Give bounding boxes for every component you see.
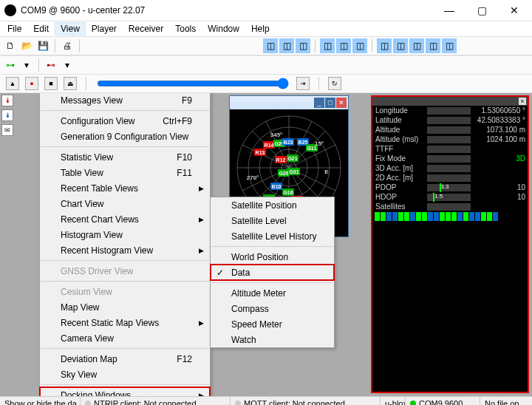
submenu-item-satellite-level-history[interactable]: Satellite Level History: [211, 228, 334, 244]
sky-maximize-icon[interactable]: □: [325, 98, 335, 108]
dock-c-icon[interactable]: ◫: [296, 38, 310, 53]
dock-i-icon[interactable]: ◫: [409, 38, 424, 53]
loop-icon[interactable]: ↻: [328, 77, 341, 90]
menu-item-recent-chart-views[interactable]: Recent Chart Views▶: [40, 211, 210, 227]
data-row-altitude: Altitude1073.100 m: [372, 125, 528, 135]
app-icon: [4, 4, 16, 16]
menu-item-recent-static-map-views[interactable]: Recent Static Map Views▶: [40, 315, 210, 330]
data-row-latitude: Latitude42.50833383 °: [372, 115, 528, 125]
msg-icon[interactable]: ✉: [1, 124, 13, 136]
data-row-2d-acc-m-: 2D Acc. [m]: [372, 173, 528, 183]
dock-k-icon[interactable]: ◫: [442, 38, 457, 53]
submenu-item-speed-meter[interactable]: Speed Meter: [211, 316, 334, 332]
player-slider[interactable]: [97, 78, 289, 89]
title-bar: COM9 @ 9600 - u-center 22.07 ― ▢ ✕: [0, 0, 532, 21]
thermometer-icon[interactable]: 🌡: [1, 95, 13, 106]
satellite-15°: 15°: [313, 140, 325, 147]
workspace: 🌡 🌡 ✉ _ □ ✕ R13R14G29B2: [0, 93, 532, 396]
data-row-hdop: HDOP1.510: [372, 192, 528, 202]
thermometer2-icon[interactable]: 🌡: [1, 109, 13, 121]
maximize-button[interactable]: ▢: [466, 0, 498, 21]
skip-end-icon[interactable]: ⇥: [296, 77, 310, 90]
toolbar-player: ▲ ● ■ ⏏ ⇥ ↻: [0, 75, 532, 93]
menu-view[interactable]: View: [55, 22, 86, 35]
sky-close-icon[interactable]: ✕: [336, 98, 347, 108]
data-docking-window: × Longitude1.53060650 °Latitude42.508333…: [371, 95, 529, 393]
menu-item-deviation-map[interactable]: Deviation MapF12: [40, 351, 210, 367]
menu-item-generation-9-configuration-view[interactable]: Generation 9 Configuration View: [40, 129, 210, 144]
goto-start-icon[interactable]: ▲: [6, 77, 19, 90]
submenu-item-satellite-position[interactable]: Satellite Position: [211, 197, 334, 213]
menu-item-cesium-view: Cesium View: [40, 284, 210, 299]
menu-item-statistic-view[interactable]: Statistic ViewF10: [40, 149, 210, 165]
menu-item-recent-histogram-view[interactable]: Recent Histogram View▶: [40, 242, 210, 258]
satellite-R12: R12: [275, 156, 287, 163]
submenu-item-watch[interactable]: Watch: [211, 332, 334, 347]
menu-player[interactable]: Player: [86, 22, 123, 35]
stop-icon[interactable]: ■: [44, 77, 58, 90]
menu-item-recent-table-views[interactable]: Recent Table Views▶: [40, 180, 210, 196]
status-generation: u-blox Generation 9: [381, 397, 406, 405]
status-hint: Show or hide the da: [0, 397, 81, 405]
close-button[interactable]: ✕: [498, 0, 531, 21]
minimize-button[interactable]: ―: [433, 0, 466, 21]
satellite-E: E: [321, 168, 332, 175]
menu-window[interactable]: Window: [202, 22, 245, 35]
left-tool-strip: 🌡 🌡 ✉: [1, 95, 13, 136]
print-icon[interactable]: 🖨: [60, 38, 75, 53]
satellite-G21: G21: [287, 154, 299, 162]
data-close-icon[interactable]: ×: [519, 98, 526, 105]
eject-icon[interactable]: ⏏: [64, 77, 77, 90]
data-row-longitude: Longitude1.53060650 °: [372, 106, 528, 115]
docking-windows-submenu: Satellite PositionSatellite LevelSatelli…: [210, 197, 335, 348]
menu-tools[interactable]: Tools: [169, 22, 202, 35]
data-row-fix-mode: Fix Mode3D: [372, 154, 528, 163]
baud-icon[interactable]: ⊷: [44, 58, 58, 72]
toolbar-file: 🗋 📂 💾 🖨 ◫ ◫ ◫ ◫ ◫ ◫ ◫ ◫ ◫ ◫ ◫: [0, 36, 532, 55]
record-icon[interactable]: ●: [25, 77, 38, 90]
sky-minimize-icon[interactable]: _: [314, 98, 324, 108]
submenu-item-world-position[interactable]: World Position: [211, 249, 334, 265]
dock-d-icon[interactable]: ◫: [320, 38, 335, 53]
dropdown-icon[interactable]: ▾: [19, 58, 34, 72]
menu-item-chart-view[interactable]: Chart View: [40, 196, 210, 211]
dock-h-icon[interactable]: ◫: [393, 38, 408, 53]
satellite-B10: B10: [270, 183, 282, 190]
dock-g-icon[interactable]: ◫: [377, 38, 392, 53]
menu-item-table-view[interactable]: Table ViewF11: [40, 165, 210, 180]
menu-file[interactable]: File: [1, 22, 27, 35]
satellite-bars: [372, 211, 528, 222]
satellite-270°: 270°: [247, 174, 259, 181]
dock-b-icon[interactable]: ◫: [279, 38, 294, 53]
dock-f-icon[interactable]: ◫: [352, 38, 367, 53]
menu-edit[interactable]: Edit: [27, 22, 55, 35]
status-file: No file op: [480, 397, 532, 405]
menu-item-configuration-view[interactable]: Configuration ViewCtrl+F9: [40, 113, 210, 129]
menu-help[interactable]: Help: [245, 22, 276, 35]
connect-icon[interactable]: ⊶: [3, 58, 18, 72]
open-icon[interactable]: 📂: [19, 38, 34, 53]
satellite-G16: G16: [282, 188, 294, 196]
submenu-item-data[interactable]: ✓Data: [211, 265, 334, 280]
dock-a-icon[interactable]: ◫: [263, 38, 278, 53]
menu-item-map-view[interactable]: Map View: [40, 299, 210, 315]
menu-item-sky-view[interactable]: Sky View: [40, 367, 210, 382]
submenu-item-satellite-level[interactable]: Satellite Level: [211, 213, 334, 228]
submenu-item-altitude-meter[interactable]: Altitude Meter: [211, 285, 334, 301]
dock-e-icon[interactable]: ◫: [336, 38, 351, 53]
menu-item-histogram-view[interactable]: Histogram View: [40, 227, 210, 242]
menu-item-docking-windows[interactable]: Docking Windows▶: [40, 387, 210, 396]
dock-j-icon[interactable]: ◫: [426, 38, 440, 53]
menu-item-messages-view[interactable]: Messages ViewF9: [40, 93, 210, 108]
submenu-item-compass[interactable]: Compass: [211, 301, 334, 316]
data-row-ttff: TTFF: [372, 144, 528, 154]
satellite-G31: G31: [288, 168, 300, 175]
satellite-345°: 345°: [270, 131, 282, 138]
menu-receiver[interactable]: Receiver: [123, 22, 169, 35]
save-icon[interactable]: 💾: [35, 38, 50, 53]
data-row-3d-acc-m-: 3D Acc. [m]: [372, 163, 528, 173]
menu-item-camera-view[interactable]: Camera View: [40, 330, 210, 346]
data-row-satellites: Satellites: [372, 202, 528, 211]
dropdown2-icon[interactable]: ▾: [60, 58, 75, 72]
new-icon[interactable]: 🗋: [3, 38, 18, 53]
